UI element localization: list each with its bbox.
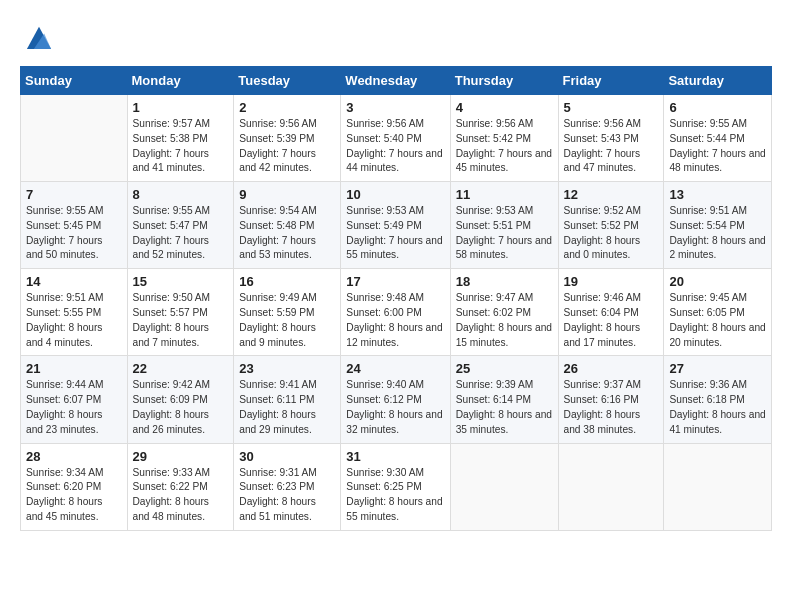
day-info: Sunrise: 9:42 AMSunset: 6:09 PMDaylight:… <box>133 378 229 437</box>
day-number: 1 <box>133 100 229 115</box>
day-cell: 4Sunrise: 9:56 AMSunset: 5:42 PMDaylight… <box>450 95 558 182</box>
day-cell: 17Sunrise: 9:48 AMSunset: 6:00 PMDayligh… <box>341 269 450 356</box>
day-cell: 29Sunrise: 9:33 AMSunset: 6:22 PMDayligh… <box>127 443 234 530</box>
day-info: Sunrise: 9:45 AMSunset: 6:05 PMDaylight:… <box>669 291 766 350</box>
day-info: Sunrise: 9:51 AMSunset: 5:54 PMDaylight:… <box>669 204 766 263</box>
day-number: 18 <box>456 274 553 289</box>
day-cell: 11Sunrise: 9:53 AMSunset: 5:51 PMDayligh… <box>450 182 558 269</box>
day-info: Sunrise: 9:53 AMSunset: 5:49 PMDaylight:… <box>346 204 444 263</box>
day-cell <box>21 95 128 182</box>
week-row-4: 21Sunrise: 9:44 AMSunset: 6:07 PMDayligh… <box>21 356 772 443</box>
day-number: 23 <box>239 361 335 376</box>
day-info: Sunrise: 9:53 AMSunset: 5:51 PMDaylight:… <box>456 204 553 263</box>
day-number: 9 <box>239 187 335 202</box>
header-cell-friday: Friday <box>558 67 664 95</box>
header-cell-thursday: Thursday <box>450 67 558 95</box>
header-row: SundayMondayTuesdayWednesdayThursdayFrid… <box>21 67 772 95</box>
day-cell: 23Sunrise: 9:41 AMSunset: 6:11 PMDayligh… <box>234 356 341 443</box>
day-cell: 2Sunrise: 9:56 AMSunset: 5:39 PMDaylight… <box>234 95 341 182</box>
header-cell-sunday: Sunday <box>21 67 128 95</box>
day-cell: 30Sunrise: 9:31 AMSunset: 6:23 PMDayligh… <box>234 443 341 530</box>
day-info: Sunrise: 9:55 AMSunset: 5:45 PMDaylight:… <box>26 204 122 263</box>
day-number: 11 <box>456 187 553 202</box>
day-number: 10 <box>346 187 444 202</box>
day-info: Sunrise: 9:55 AMSunset: 5:44 PMDaylight:… <box>669 117 766 176</box>
header <box>20 18 772 56</box>
day-info: Sunrise: 9:44 AMSunset: 6:07 PMDaylight:… <box>26 378 122 437</box>
day-info: Sunrise: 9:49 AMSunset: 5:59 PMDaylight:… <box>239 291 335 350</box>
day-number: 27 <box>669 361 766 376</box>
week-row-3: 14Sunrise: 9:51 AMSunset: 5:55 PMDayligh… <box>21 269 772 356</box>
day-info: Sunrise: 9:47 AMSunset: 6:02 PMDaylight:… <box>456 291 553 350</box>
day-info: Sunrise: 9:56 AMSunset: 5:43 PMDaylight:… <box>564 117 659 176</box>
day-cell: 24Sunrise: 9:40 AMSunset: 6:12 PMDayligh… <box>341 356 450 443</box>
day-cell: 10Sunrise: 9:53 AMSunset: 5:49 PMDayligh… <box>341 182 450 269</box>
header-cell-monday: Monday <box>127 67 234 95</box>
day-number: 8 <box>133 187 229 202</box>
day-cell: 25Sunrise: 9:39 AMSunset: 6:14 PMDayligh… <box>450 356 558 443</box>
day-number: 15 <box>133 274 229 289</box>
day-cell: 13Sunrise: 9:51 AMSunset: 5:54 PMDayligh… <box>664 182 772 269</box>
day-cell: 5Sunrise: 9:56 AMSunset: 5:43 PMDaylight… <box>558 95 664 182</box>
header-cell-saturday: Saturday <box>664 67 772 95</box>
day-number: 30 <box>239 449 335 464</box>
header-cell-tuesday: Tuesday <box>234 67 341 95</box>
day-info: Sunrise: 9:54 AMSunset: 5:48 PMDaylight:… <box>239 204 335 263</box>
day-info: Sunrise: 9:30 AMSunset: 6:25 PMDaylight:… <box>346 466 444 525</box>
day-number: 14 <box>26 274 122 289</box>
day-cell: 16Sunrise: 9:49 AMSunset: 5:59 PMDayligh… <box>234 269 341 356</box>
day-cell: 6Sunrise: 9:55 AMSunset: 5:44 PMDaylight… <box>664 95 772 182</box>
day-number: 4 <box>456 100 553 115</box>
day-cell: 1Sunrise: 9:57 AMSunset: 5:38 PMDaylight… <box>127 95 234 182</box>
day-number: 22 <box>133 361 229 376</box>
day-number: 13 <box>669 187 766 202</box>
day-number: 29 <box>133 449 229 464</box>
week-row-5: 28Sunrise: 9:34 AMSunset: 6:20 PMDayligh… <box>21 443 772 530</box>
day-cell: 22Sunrise: 9:42 AMSunset: 6:09 PMDayligh… <box>127 356 234 443</box>
day-number: 6 <box>669 100 766 115</box>
day-cell: 15Sunrise: 9:50 AMSunset: 5:57 PMDayligh… <box>127 269 234 356</box>
day-info: Sunrise: 9:56 AMSunset: 5:42 PMDaylight:… <box>456 117 553 176</box>
day-number: 28 <box>26 449 122 464</box>
day-number: 24 <box>346 361 444 376</box>
day-info: Sunrise: 9:56 AMSunset: 5:39 PMDaylight:… <box>239 117 335 176</box>
day-cell: 7Sunrise: 9:55 AMSunset: 5:45 PMDaylight… <box>21 182 128 269</box>
week-row-1: 1Sunrise: 9:57 AMSunset: 5:38 PMDaylight… <box>21 95 772 182</box>
day-cell: 3Sunrise: 9:56 AMSunset: 5:40 PMDaylight… <box>341 95 450 182</box>
day-info: Sunrise: 9:41 AMSunset: 6:11 PMDaylight:… <box>239 378 335 437</box>
logo <box>20 18 64 56</box>
day-number: 3 <box>346 100 444 115</box>
day-cell: 12Sunrise: 9:52 AMSunset: 5:52 PMDayligh… <box>558 182 664 269</box>
day-info: Sunrise: 9:56 AMSunset: 5:40 PMDaylight:… <box>346 117 444 176</box>
day-info: Sunrise: 9:31 AMSunset: 6:23 PMDaylight:… <box>239 466 335 525</box>
day-number: 19 <box>564 274 659 289</box>
day-cell: 21Sunrise: 9:44 AMSunset: 6:07 PMDayligh… <box>21 356 128 443</box>
day-cell: 26Sunrise: 9:37 AMSunset: 6:16 PMDayligh… <box>558 356 664 443</box>
calendar-table: SundayMondayTuesdayWednesdayThursdayFrid… <box>20 66 772 531</box>
week-row-2: 7Sunrise: 9:55 AMSunset: 5:45 PMDaylight… <box>21 182 772 269</box>
day-info: Sunrise: 9:37 AMSunset: 6:16 PMDaylight:… <box>564 378 659 437</box>
day-info: Sunrise: 9:33 AMSunset: 6:22 PMDaylight:… <box>133 466 229 525</box>
day-number: 25 <box>456 361 553 376</box>
day-info: Sunrise: 9:55 AMSunset: 5:47 PMDaylight:… <box>133 204 229 263</box>
day-cell: 18Sunrise: 9:47 AMSunset: 6:02 PMDayligh… <box>450 269 558 356</box>
day-cell <box>664 443 772 530</box>
day-number: 17 <box>346 274 444 289</box>
day-cell: 20Sunrise: 9:45 AMSunset: 6:05 PMDayligh… <box>664 269 772 356</box>
day-number: 20 <box>669 274 766 289</box>
day-cell <box>450 443 558 530</box>
day-info: Sunrise: 9:39 AMSunset: 6:14 PMDaylight:… <box>456 378 553 437</box>
day-cell: 14Sunrise: 9:51 AMSunset: 5:55 PMDayligh… <box>21 269 128 356</box>
day-info: Sunrise: 9:57 AMSunset: 5:38 PMDaylight:… <box>133 117 229 176</box>
day-number: 31 <box>346 449 444 464</box>
day-number: 21 <box>26 361 122 376</box>
day-info: Sunrise: 9:34 AMSunset: 6:20 PMDaylight:… <box>26 466 122 525</box>
day-info: Sunrise: 9:46 AMSunset: 6:04 PMDaylight:… <box>564 291 659 350</box>
header-cell-wednesday: Wednesday <box>341 67 450 95</box>
day-info: Sunrise: 9:48 AMSunset: 6:00 PMDaylight:… <box>346 291 444 350</box>
logo-icon <box>20 18 58 56</box>
day-cell <box>558 443 664 530</box>
day-number: 7 <box>26 187 122 202</box>
day-cell: 28Sunrise: 9:34 AMSunset: 6:20 PMDayligh… <box>21 443 128 530</box>
day-cell: 19Sunrise: 9:46 AMSunset: 6:04 PMDayligh… <box>558 269 664 356</box>
